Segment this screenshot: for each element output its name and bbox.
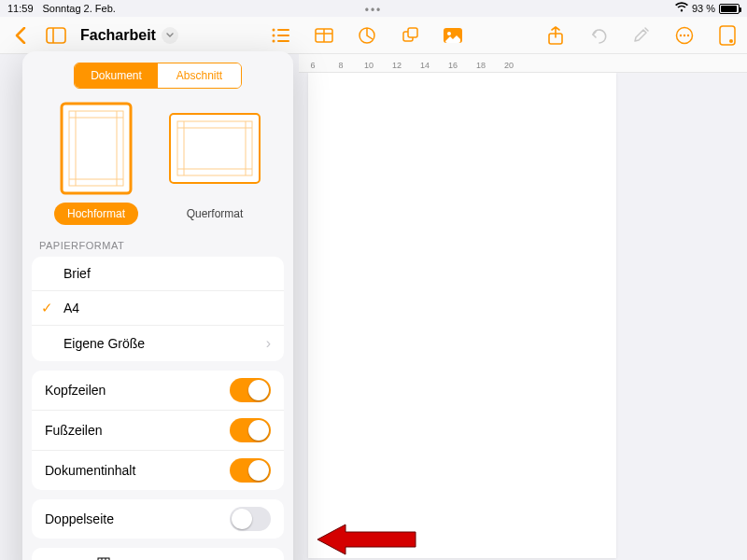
svg-point-2: [273, 28, 275, 31]
undo-icon[interactable]: [588, 25, 609, 46]
toggle-label: Kopfzeilen: [45, 383, 106, 398]
svg-point-6: [273, 39, 275, 42]
svg-rect-13: [408, 28, 417, 37]
ruler-mark: 10: [355, 61, 383, 70]
svg-point-15: [447, 32, 451, 35]
ruler-mark: 18: [467, 61, 495, 70]
svg-rect-7: [277, 40, 289, 42]
chevron-down-icon[interactable]: [162, 27, 178, 44]
check-icon: ✓: [41, 300, 53, 316]
toggle-label: Dokumentinhalt: [45, 463, 135, 478]
paper-option-a4[interactable]: ✓ A4: [32, 291, 284, 326]
segment-control: Dokument Abschnitt: [74, 63, 242, 89]
status-date: Sonntag 2. Feb.: [43, 3, 116, 14]
svg-rect-5: [277, 35, 289, 36]
media-icon[interactable]: [443, 25, 463, 46]
svg-point-18: [680, 34, 682, 35]
document-settings-icon[interactable]: [717, 25, 738, 46]
toggle-content: Dokumentinhalt: [32, 451, 284, 490]
switch-content[interactable]: [230, 458, 271, 483]
document-page[interactable]: [308, 73, 616, 558]
toggle-label: Doppelseite: [45, 511, 114, 526]
ruler-mark: 14: [411, 61, 439, 70]
list-icon[interactable]: [271, 25, 291, 46]
ruler-mark: 20: [495, 61, 523, 70]
svg-rect-3: [277, 29, 289, 31]
more-options-button[interactable]: Weitere Optionen: [32, 548, 284, 560]
toggle-label: Fußzeilen: [45, 423, 102, 438]
more-circle-icon[interactable]: [674, 25, 695, 46]
share-icon[interactable]: [545, 25, 566, 46]
canvas-area[interactable]: [299, 73, 747, 560]
table-icon[interactable]: [314, 25, 334, 46]
battery-text: 93 %: [692, 3, 715, 14]
orientation-landscape[interactable]: Querformat: [168, 102, 261, 225]
svg-point-22: [729, 39, 733, 43]
option-label: Brief: [63, 266, 91, 281]
svg-point-19: [684, 34, 685, 35]
chevron-right-icon: ›: [266, 335, 271, 352]
switch-headers[interactable]: [230, 378, 271, 402]
svg-point-20: [687, 34, 689, 35]
toolbar: Facharbeit: [0, 17, 747, 54]
option-label: Eigene Größe: [63, 336, 145, 351]
document-options-popover: Dokument Abschnitt Hochformat Querformat…: [22, 51, 293, 560]
format-brush-icon[interactable]: [631, 25, 652, 46]
chart-icon[interactable]: [357, 25, 377, 46]
wifi-icon: [675, 2, 688, 15]
shape-icon[interactable]: [400, 25, 420, 46]
ruler-mark: 12: [383, 61, 411, 70]
segment-document[interactable]: Dokument: [75, 63, 158, 88]
switch-double-page[interactable]: [230, 507, 271, 531]
portrait-label: Hochformat: [54, 203, 138, 225]
paper-option-brief[interactable]: Brief: [32, 257, 284, 291]
svg-rect-23: [62, 104, 131, 193]
ruler: 6 8 10 12 14 16 18 20: [299, 54, 747, 73]
landscape-label: Querformat: [174, 203, 257, 225]
ruler-mark: 6: [299, 61, 327, 70]
option-label: A4: [63, 301, 79, 315]
sidebar-toggle-icon[interactable]: [45, 24, 67, 47]
toggle-list: Kopfzeilen Fußzeilen Dokumentinhalt: [32, 371, 284, 490]
paper-option-custom[interactable]: Eigene Größe ›: [32, 326, 284, 361]
svg-point-4: [273, 34, 275, 36]
svg-rect-29: [170, 114, 260, 183]
back-button[interactable]: [9, 24, 32, 47]
switch-footers[interactable]: [230, 418, 271, 442]
orientation-portrait[interactable]: Hochformat: [54, 102, 138, 225]
double-page-group: Doppelseite: [32, 499, 284, 539]
multitask-ellipsis-icon[interactable]: •••: [365, 4, 383, 17]
paper-format-header: PAPIERFORMAT: [22, 234, 293, 257]
toggle-headers: Kopfzeilen: [32, 371, 284, 411]
battery-icon: [719, 4, 740, 14]
status-time: 11:59: [7, 3, 34, 14]
document-title-label: Facharbeit: [80, 27, 156, 44]
svg-rect-0: [47, 28, 65, 43]
ruler-mark: 8: [327, 61, 355, 70]
paper-format-list: Brief ✓ A4 Eigene Größe ›: [32, 257, 284, 361]
toggle-footers: Fußzeilen: [32, 411, 284, 451]
segment-section[interactable]: Abschnitt: [158, 63, 241, 88]
ruler-mark: 16: [439, 61, 467, 70]
document-title[interactable]: Facharbeit: [80, 27, 178, 44]
